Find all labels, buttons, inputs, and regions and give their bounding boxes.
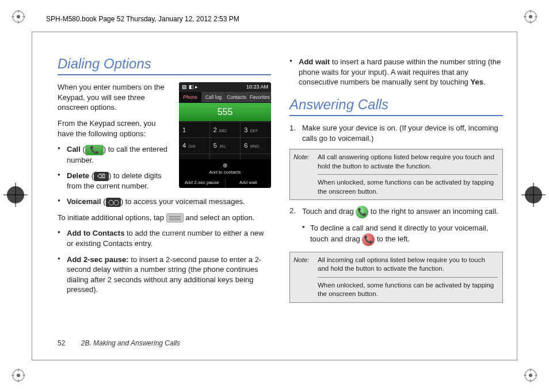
call-icon: 📞 [85,145,104,155]
page-number: 52 [58,339,65,347]
step-2: Touch and drag 📞 to the right to answer … [289,206,503,246]
voicemail-icon: ◯◯ [106,198,121,207]
step-1: Make sure your device is on. (If your de… [289,123,503,143]
right-column: Add wait to insert a hard pause within t… [289,55,503,351]
page-footer: 52 2B. Making and Answering Calls [58,339,180,347]
note-label: Note: [293,153,310,162]
page-header-meta: SPH-M580.book Page 52 Thursday, January … [46,15,239,23]
note-2-line-2: When unlocked, some functions can be act… [318,281,498,299]
keypad-2: 2 ABC [210,122,241,138]
status-icons: ▧ ◧ ▸ [182,83,198,90]
registration-mark-icon [3,183,28,209]
bullet-add-contacts: Add to Contacts to add the current numbe… [58,228,271,248]
note-1-line-2: When unlocked, some functions can be act… [318,178,498,196]
svg-point-13 [17,374,20,377]
note-2-line-1: All incoming call options listed below r… [318,256,498,274]
crop-mark-icon [524,368,537,382]
phone-tab-favorites: Favorites [249,92,271,102]
phone-tab-contacts: Contacts [226,92,249,102]
svg-point-7 [529,15,532,18]
delete-icon: ⌫ [94,172,109,181]
phone-tab-calllog: Call log [202,92,225,102]
svg-point-19 [529,374,532,377]
bullet-voicemail: Voicemail (◯◯) to access your voicemail … [58,197,271,207]
bullet-delete: Delete (⌫) to delete digits from the cur… [58,171,271,191]
bullet-call: Call (📞) to call the entered number. [58,144,271,165]
note-box-1: Note: All call answering options listed … [289,149,503,200]
note-label: Note: [293,256,310,265]
additional-options-paragraph: To initiate additional options, tap and … [58,213,271,223]
crop-mark-icon [12,10,25,24]
heading-dialing-options: Dialing Options [58,55,271,75]
menu-icon [166,213,184,222]
registration-mark-icon [521,183,546,209]
keypad-1: 1 [179,122,210,138]
phone-tab-phone: Phone [179,92,202,102]
bullet-add-wait: Add wait to insert a hard pause within t… [289,57,503,87]
heading-answering-calls: Answering Calls [289,95,503,116]
status-time: 10:23 AM [246,83,268,90]
note-box-2: Note: All incoming call options listed b… [289,252,503,303]
svg-point-1 [17,15,20,18]
decline-icon: 📞 [362,233,375,246]
left-column: Dialing Options ▧ ◧ ▸ 10:23 AM Phone Cal… [58,55,271,351]
phone-entered-number: 555 [179,102,271,122]
crop-mark-icon [524,10,537,24]
footer-section: 2B. Making and Answering Calls [81,339,180,347]
answer-icon: 📞 [356,206,368,218]
keypad-3: 3 DEF [241,122,271,138]
bullet-add-pause: Add 2-sec pause: to insert a 2-second pa… [58,255,271,295]
sub-decline: To decline a call and send it directly t… [302,223,503,246]
crop-mark-icon [12,368,25,382]
note-1-line-1: All call answering options listed below … [318,153,498,171]
